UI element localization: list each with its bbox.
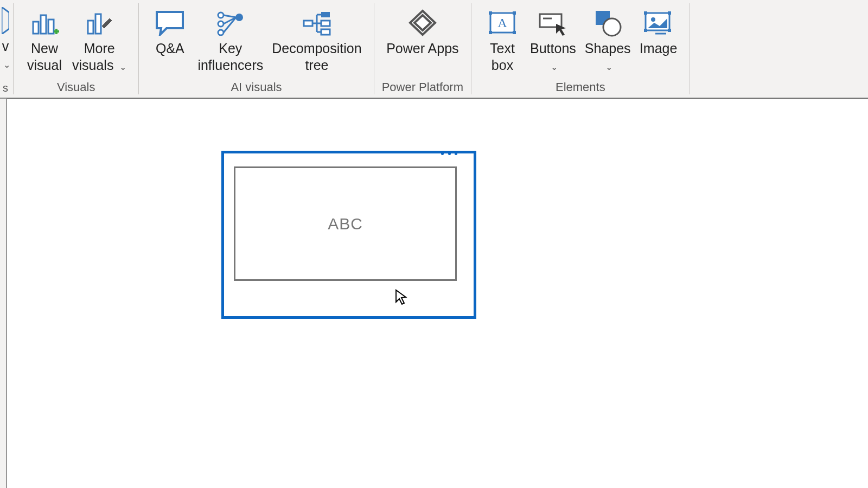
speech-bubble-icon: [154, 7, 186, 39]
decomposition-tree-label: Decomposition tree: [272, 39, 361, 74]
power-apps-label: Power Apps: [386, 39, 458, 57]
bar-chart-plus-icon: [28, 7, 61, 39]
new-visual-button[interactable]: New visual: [21, 4, 68, 74]
svg-rect-22: [513, 31, 516, 34]
svg-point-13: [235, 14, 243, 21]
text-box-label: Text box: [490, 39, 515, 74]
svg-rect-2: [48, 20, 54, 34]
partial-group-label: s: [3, 82, 8, 98]
svg-point-27: [603, 18, 621, 36]
bar-chart-pencil-icon: [83, 7, 116, 39]
svg-point-9: [218, 30, 224, 35]
svg-line-10: [224, 15, 236, 17]
svg-line-12: [224, 17, 236, 33]
key-influencers-label: Key influencers: [197, 39, 263, 74]
svg-rect-17: [321, 29, 330, 35]
buttons-button[interactable]: Buttons⌄: [526, 4, 580, 74]
more-visuals-button[interactable]: More visuals ⌄: [68, 4, 131, 74]
svg-text:A: A: [497, 16, 507, 30]
ribbon-group-ai-visuals: Q&A Key influencers: [139, 0, 373, 98]
power-apps-button[interactable]: Power Apps: [382, 4, 463, 57]
selected-visual-card[interactable]: ABC: [221, 151, 476, 319]
card-options-icon[interactable]: [441, 152, 457, 156]
key-influencers-icon: [214, 7, 247, 39]
decomposition-tree-icon: [301, 7, 333, 39]
image-button[interactable]: Image: [635, 4, 682, 57]
qa-button[interactable]: Q&A: [146, 4, 193, 57]
image-icon: [642, 7, 675, 39]
ai-visuals-group-label: AI visuals: [231, 80, 282, 98]
card-visual-body[interactable]: ABC: [234, 166, 457, 281]
key-influencers-button[interactable]: Key influencers: [193, 4, 267, 74]
report-canvas[interactable]: ABC: [7, 99, 868, 488]
elements-group-label: Elements: [556, 80, 605, 98]
cursor-icon: [395, 289, 408, 305]
text-box-button[interactable]: A Text box: [479, 4, 526, 74]
buttons-label: Buttons⌄: [530, 39, 576, 74]
svg-rect-0: [33, 22, 39, 34]
partial-button[interactable]: v⌄: [1, 4, 10, 72]
svg-rect-14: [304, 21, 312, 26]
text-box-icon: A: [486, 7, 519, 39]
svg-rect-16: [321, 21, 330, 26]
svg-rect-6: [95, 14, 101, 34]
power-apps-icon: [406, 7, 439, 39]
svg-point-33: [651, 17, 655, 22]
qa-label: Q&A: [156, 39, 184, 57]
power-platform-group-label: Power Platform: [382, 80, 463, 98]
separator: [690, 3, 690, 94]
shapes-icon: [591, 7, 624, 39]
svg-point-7: [218, 12, 224, 18]
svg-rect-15: [321, 12, 330, 17]
svg-rect-19: [489, 11, 492, 15]
svg-rect-20: [513, 11, 516, 15]
card-placeholder-text: ABC: [328, 215, 363, 233]
new-visual-label: New visual: [27, 39, 62, 74]
ribbon-group-power-platform: Power Apps Power Platform: [374, 0, 471, 98]
shapes-button[interactable]: Shapes⌄: [580, 4, 635, 74]
decomposition-tree-button[interactable]: Decomposition tree: [267, 4, 366, 74]
svg-point-8: [218, 21, 224, 27]
more-visuals-label: More visuals ⌄: [72, 39, 126, 74]
visuals-group-label: Visuals: [57, 80, 95, 98]
image-label: Image: [640, 39, 677, 57]
shapes-label: Shapes⌄: [585, 39, 631, 74]
ribbon-group-elements: A Text box Buttons⌄: [471, 0, 690, 98]
svg-rect-32: [668, 29, 671, 32]
svg-rect-30: [668, 11, 671, 15]
ribbon: v⌄ s New visual: [0, 0, 868, 99]
partial-label: v⌄: [1, 37, 10, 72]
buttons-icon: [537, 7, 569, 39]
ribbon-group-partial: v⌄ s: [0, 0, 13, 98]
svg-rect-21: [489, 31, 492, 34]
svg-rect-31: [644, 29, 647, 32]
svg-rect-1: [41, 15, 46, 34]
ribbon-group-visuals: New visual More visuals ⌄ Visuals: [14, 0, 138, 98]
svg-rect-5: [88, 21, 93, 34]
svg-rect-29: [644, 11, 647, 15]
